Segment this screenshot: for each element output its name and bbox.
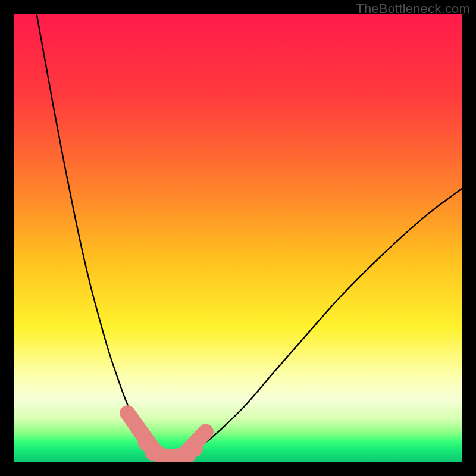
right-branch-curve <box>171 189 462 457</box>
watermark-text: TheBottleneck.com <box>356 1 470 17</box>
curve-layer <box>14 14 462 462</box>
highlight-marker <box>188 431 206 450</box>
plot-area <box>14 14 462 462</box>
chart-frame: TheBottleneck.com <box>0 0 476 476</box>
highlight-markers <box>127 413 206 461</box>
left-branch-curve <box>37 14 171 457</box>
